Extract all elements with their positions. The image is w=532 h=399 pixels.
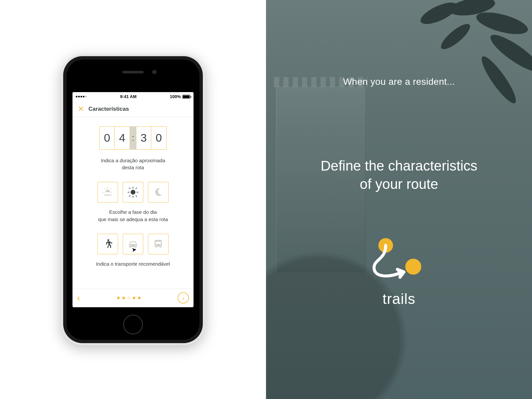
digit-h2[interactable]: 4 — [115, 126, 130, 150]
svg-rect-12 — [129, 195, 131, 197]
svg-point-17 — [474, 8, 530, 39]
page-dot[interactable] — [133, 297, 135, 299]
svg-rect-1 — [103, 192, 105, 193]
svg-rect-2 — [111, 192, 113, 193]
battery-percent: 100% — [170, 94, 181, 99]
duration-picker[interactable]: 0 4 : 3 0 — [78, 126, 188, 150]
sun-icon — [127, 186, 139, 198]
transport-walk[interactable] — [97, 234, 118, 254]
svg-point-22 — [405, 259, 421, 275]
sunrise-icon — [102, 186, 114, 198]
digit-m1[interactable]: 3 — [136, 126, 151, 150]
page-dot[interactable] — [138, 297, 141, 299]
next-button[interactable]: › — [178, 292, 189, 304]
phone-frame: 9:41 AM 100% ✕ Características 0 — [61, 54, 205, 345]
phase-caption: Escolhe a fase do dia que mais se adequa… — [78, 208, 188, 223]
moon-icon — [152, 186, 164, 198]
battery-icon — [182, 95, 190, 99]
phone-speaker — [122, 71, 144, 73]
app-header: ✕ Características — [72, 101, 194, 117]
transport-caption: Indica o transporte recomendável — [78, 260, 188, 268]
content: 0 4 : 3 0 Indica a duração aproximada de… — [72, 117, 194, 289]
phase-options — [78, 182, 188, 202]
svg-rect-10 — [129, 188, 131, 189]
promo-subhead: When you are a resident... — [266, 76, 532, 87]
trails-logo-icon — [371, 236, 427, 286]
brand-logo: trails — [371, 236, 427, 307]
svg-rect-4 — [110, 188, 111, 190]
bus-icon — [152, 238, 164, 250]
svg-rect-9 — [137, 192, 138, 193]
prev-button[interactable]: ‹ — [77, 293, 80, 303]
svg-rect-3 — [104, 188, 105, 190]
phone-camera — [152, 70, 157, 74]
phase-day[interactable] — [123, 182, 143, 202]
pager-footer: ‹ › — [72, 289, 194, 307]
time-colon: : — [130, 126, 136, 150]
leaves-illustration — [399, 0, 532, 113]
svg-rect-13 — [135, 195, 137, 197]
digit-m2[interactable]: 0 — [151, 126, 167, 150]
signal-dots — [76, 96, 87, 97]
promo-headline: Define the characteristics of your route — [266, 157, 532, 193]
home-button[interactable] — [123, 315, 143, 334]
svg-rect-8 — [128, 192, 129, 193]
status-time: 9:41 AM — [120, 94, 136, 99]
svg-rect-6 — [133, 187, 133, 189]
left-panel: 9:41 AM 100% ✕ Características 0 — [0, 0, 266, 399]
status-bar: 9:41 AM 100% — [72, 92, 194, 101]
brand-name: trails — [371, 291, 427, 307]
duration-caption: Indica a duração aproximada desta rota — [78, 157, 188, 172]
digit-h1[interactable]: 0 — [99, 126, 115, 150]
page-dot[interactable] — [117, 297, 120, 299]
promo-panel: When you are a resident... Define the ch… — [266, 0, 532, 399]
phase-night[interactable] — [148, 182, 169, 202]
transport-bus[interactable] — [148, 234, 169, 254]
svg-rect-0 — [107, 188, 108, 189]
svg-point-14 — [107, 239, 109, 241]
svg-rect-11 — [135, 188, 137, 189]
walk-icon — [102, 238, 114, 250]
page-dots — [117, 297, 141, 299]
svg-point-5 — [131, 190, 135, 195]
page-dot-current[interactable] — [128, 297, 130, 299]
svg-point-20 — [438, 20, 473, 53]
close-icon[interactable]: ✕ — [78, 105, 84, 113]
page-dot[interactable] — [122, 297, 125, 299]
svg-rect-7 — [133, 196, 133, 198]
app-screen: 9:41 AM 100% ✕ Características 0 — [72, 92, 194, 307]
page-title: Características — [88, 106, 129, 112]
phase-sunrise[interactable] — [97, 182, 118, 202]
